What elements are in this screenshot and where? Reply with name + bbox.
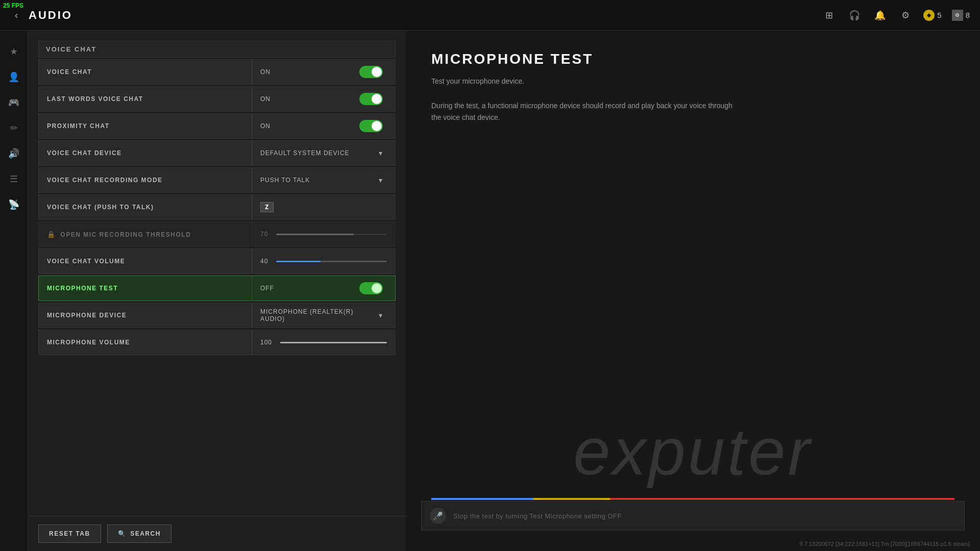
push-to-talk-value: Z xyxy=(252,202,395,212)
microphone-volume-value: 100 xyxy=(252,339,395,346)
mic-test-desc2: During the test, a functional microphone… xyxy=(431,100,738,123)
toggle-knob xyxy=(372,94,382,104)
microphone-test-label: MICROPHONE TEST xyxy=(39,285,252,292)
microphone-test-value: OFF xyxy=(252,282,395,294)
proximity-chat-toggle[interactable] xyxy=(359,120,383,132)
back-button[interactable]: ‹ AUDIO xyxy=(10,9,72,22)
open-mic-label: 🔒 OPEN MIC RECORDING THRESHOLD xyxy=(39,231,252,238)
microphone-icon: 🎤 xyxy=(430,508,446,524)
recording-mode-label: VOICE CHAT RECORDING MODE xyxy=(39,177,252,184)
section-header-voice-chat: VOICE CHAT xyxy=(38,41,396,58)
voice-chat-volume-slider-track xyxy=(276,261,387,262)
setting-row-voice-chat-device[interactable]: VOICE CHAT DEVICE DEFAULT SYSTEM DEVICE … xyxy=(38,140,396,166)
voice-chat-volume-label: VOICE CHAT VOLUME xyxy=(39,258,252,265)
gear-icon[interactable]: ⚙ xyxy=(898,8,913,23)
setting-row-voice-chat[interactable]: VOICE CHAT ON xyxy=(38,59,396,85)
setting-row-last-words[interactable]: LAST WORDS VOICE CHAT ON xyxy=(38,86,396,112)
sidebar-item-hud[interactable]: ☰ xyxy=(3,168,24,190)
open-mic-slider-container xyxy=(276,234,387,235)
settings-bottom: RESET TAB 🔍 SEARCH xyxy=(28,516,406,551)
fps-counter: 25 FPS xyxy=(3,2,23,9)
open-mic-slider-track xyxy=(276,234,387,235)
page-title: AUDIO xyxy=(29,9,72,22)
voice-chat-volume-slider-fill xyxy=(276,261,321,262)
mic-bottom-bar: 🎤 Stop the test by turning Test Micropho… xyxy=(421,501,965,531)
microphone-volume-label: MICROPHONE VOLUME xyxy=(39,339,252,346)
voice-chat-device-value: DEFAULT SYSTEM DEVICE ▾ xyxy=(252,149,395,157)
search-icon: 🔍 xyxy=(118,530,127,537)
setting-row-open-mic: 🔒 OPEN MIC RECORDING THRESHOLD 70 xyxy=(38,221,396,247)
grid-icon[interactable]: ⊞ xyxy=(821,8,837,23)
sidebar-item-controller[interactable]: 🎮 xyxy=(3,92,24,113)
reset-tab-button[interactable]: RESET TAB xyxy=(38,524,101,543)
setting-row-microphone-test[interactable]: MICROPHONE TEST OFF xyxy=(38,276,396,301)
microphone-volume-slider-track xyxy=(280,342,387,343)
voice-chat-volume-value: 40 xyxy=(252,258,395,265)
last-words-label: LAST WORDS VOICE CHAT xyxy=(39,95,252,103)
dropdown-arrow-icon: ▾ xyxy=(379,149,383,157)
recording-mode-value: PUSH TO TALK ▾ xyxy=(252,176,395,184)
sidebar: ★ 👤 🎮 ✏ 🔊 ☰ 📡 xyxy=(0,31,28,551)
setting-row-proximity-chat[interactable]: PROXIMITY CHAT ON xyxy=(38,113,396,139)
settings-panel: VOICE CHAT VOICE CHAT ON LAST WORDS VOIC… xyxy=(28,31,406,551)
last-words-value: ON xyxy=(252,93,395,105)
line-blue xyxy=(431,498,533,500)
voice-chat-label: VOICE CHAT xyxy=(39,68,252,76)
keybind-badge[interactable]: Z xyxy=(260,202,274,212)
toggle-knob xyxy=(372,283,382,293)
line-yellow xyxy=(533,498,610,500)
setting-row-voice-chat-volume[interactable]: VOICE CHAT VOLUME 40 xyxy=(38,248,396,274)
proximity-chat-value: ON xyxy=(252,120,395,132)
setting-row-recording-mode[interactable]: VOICE CHAT RECORDING MODE PUSH TO TALK ▾ xyxy=(38,167,396,193)
dropdown-arrow-icon: ▾ xyxy=(379,311,383,319)
sidebar-item-character[interactable]: 👤 xyxy=(3,66,24,88)
right-panel: MICROPHONE TEST Test your microphone dev… xyxy=(406,31,980,551)
microphone-device-label: MICROPHONE DEVICE xyxy=(39,312,252,319)
squad-badge[interactable]: ⚙ 8 xyxy=(952,10,970,21)
sidebar-item-favorites[interactable]: ★ xyxy=(3,41,24,62)
sidebar-item-network[interactable]: 📡 xyxy=(3,194,24,215)
line-red xyxy=(610,498,954,500)
voice-chat-volume-slider-container[interactable] xyxy=(276,261,387,262)
voice-chat-toggle[interactable] xyxy=(359,66,383,78)
squad-icon: ⚙ xyxy=(952,10,963,21)
toggle-knob xyxy=(372,121,382,131)
proximity-chat-label: PROXIMITY CHAT xyxy=(39,122,252,130)
main-layout: ★ 👤 🎮 ✏ 🔊 ☰ 📡 VOICE CHAT VOICE CHAT ON xyxy=(0,31,980,551)
search-label: SEARCH xyxy=(130,530,161,537)
microphone-volume-slider-container[interactable] xyxy=(280,342,387,343)
watermark-text: exputer xyxy=(573,413,813,490)
microphone-test-toggle[interactable] xyxy=(359,282,383,294)
lock-icon: 🔒 xyxy=(47,231,56,238)
sidebar-item-customize[interactable]: ✏ xyxy=(3,117,24,139)
mic-stop-text: Stop the test by turning Test Microphone… xyxy=(453,512,622,520)
currency-value: 5 xyxy=(937,11,941,19)
topbar-right: ⊞ 🎧 🔔 ⚙ ◈ 5 ⚙ 8 xyxy=(821,8,970,23)
dropdown-arrow-icon: ▾ xyxy=(379,176,383,184)
status-bar: 9.7.13200072 [34:222:1681+11] Tm [7000][… xyxy=(800,541,970,547)
sidebar-item-audio[interactable]: 🔊 xyxy=(3,143,24,164)
currency-icon: ◈ xyxy=(923,10,935,21)
voice-chat-value: ON xyxy=(252,66,395,78)
headset-icon[interactable]: 🎧 xyxy=(847,8,862,23)
microphone-volume-slider-fill xyxy=(280,342,387,343)
mic-test-title: MICROPHONE TEST xyxy=(431,51,954,67)
microphone-device-value: MICROPHONE (REALTEK(R) AUDIO) ▾ xyxy=(252,308,395,322)
squad-value: 8 xyxy=(966,11,970,19)
open-mic-slider-fill xyxy=(276,234,354,235)
voice-chat-device-label: VOICE CHAT DEVICE xyxy=(39,149,252,157)
setting-row-microphone-volume[interactable]: MICROPHONE VOLUME 100 xyxy=(38,330,396,355)
bell-icon[interactable]: 🔔 xyxy=(872,8,888,23)
open-mic-value: 70 xyxy=(252,231,395,238)
setting-row-microphone-device[interactable]: MICROPHONE DEVICE MICROPHONE (REALTEK(R)… xyxy=(38,303,396,328)
setting-row-push-to-talk[interactable]: VOICE CHAT (PUSH TO TALK) Z xyxy=(38,194,396,220)
search-button[interactable]: 🔍 SEARCH xyxy=(107,524,172,543)
last-words-toggle[interactable] xyxy=(359,93,383,105)
push-to-talk-label: VOICE CHAT (PUSH TO TALK) xyxy=(39,204,252,211)
toggle-knob xyxy=(372,67,382,77)
watermark: exputer xyxy=(406,413,980,490)
settings-scroll: VOICE CHAT VOICE CHAT ON LAST WORDS VOIC… xyxy=(28,31,406,516)
back-arrow-icon: ‹ xyxy=(10,9,22,21)
currency-badge[interactable]: ◈ 5 xyxy=(923,10,941,21)
color-lines xyxy=(431,498,954,500)
